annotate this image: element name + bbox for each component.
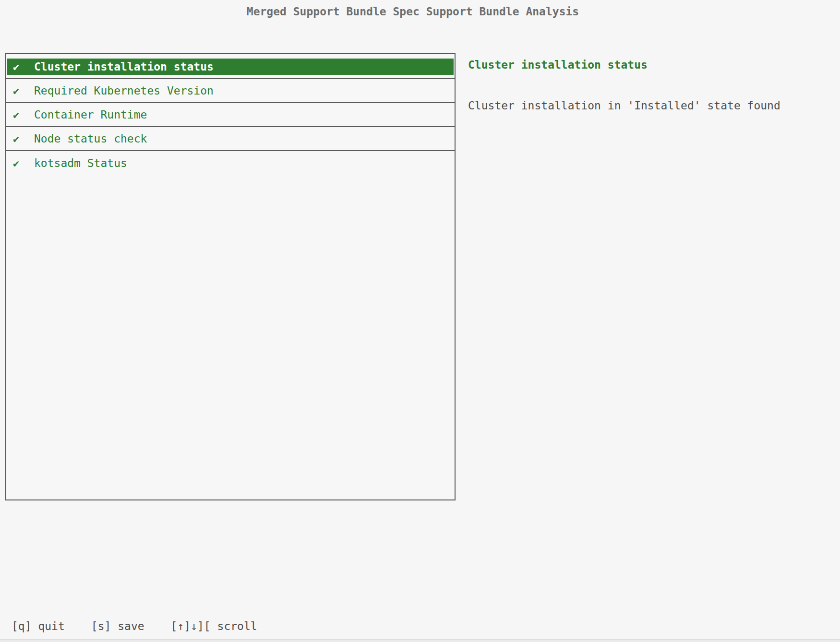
footer-hint-save: [s] save [91, 620, 144, 632]
window-bottom-edge [0, 639, 840, 642]
footer-hint-action: quit [38, 620, 64, 632]
footer-hint-key: [q] [12, 620, 32, 632]
footer-hint-quit: [q] quit [12, 620, 65, 632]
analyzer-list: ✔Cluster installation status✔Required Ku… [5, 53, 456, 500]
analyzer-label: Container Runtime [34, 108, 147, 121]
analyzer-label: Cluster installation status [34, 60, 214, 73]
check-icon: ✔ [13, 85, 21, 97]
footer-hint-key: [↑]↓][ [171, 620, 211, 632]
analyzer-row-required-kubernetes-version[interactable]: ✔Required Kubernetes Version [6, 79, 455, 103]
check-icon: ✔ [13, 157, 21, 169]
analyzer-label: Node status check [34, 132, 147, 145]
analyzer-row-cluster-installation-status[interactable]: ✔Cluster installation status [6, 55, 455, 79]
detail-title: Cluster installation status [468, 59, 648, 71]
analyzer-row-inner: ✔Node status check [7, 131, 454, 147]
footer-hint-scroll: [↑]↓][ scroll [171, 620, 257, 632]
analyzer-row-inner: ✔Container Runtime [7, 107, 454, 123]
analyzer-label: Required Kubernetes Version [34, 84, 214, 97]
window-title: Merged Support Bundle Spec Support Bundl… [0, 5, 826, 18]
check-icon: ✔ [13, 109, 21, 121]
footer-hint-key: [s] [91, 620, 111, 632]
analyzer-row-inner: ✔Cluster installation status [7, 59, 454, 75]
footer-hint-action: scroll [217, 620, 257, 632]
analyzer-row-kotsadm-status[interactable]: ✔kotsadm Status [6, 151, 455, 175]
analyzer-row-container-runtime[interactable]: ✔Container Runtime [6, 103, 455, 127]
footer-hints: [q] quit[s] save[↑]↓][ scroll [12, 620, 257, 632]
check-icon: ✔ [13, 61, 21, 73]
analyzer-row-inner: ✔Required Kubernetes Version [7, 83, 454, 99]
check-icon: ✔ [13, 133, 21, 145]
analyzer-row-node-status-check[interactable]: ✔Node status check [6, 127, 455, 151]
footer-hint-action: save [118, 620, 144, 632]
analyzer-row-inner: ✔kotsadm Status [7, 155, 454, 171]
analyzer-label: kotsadm Status [34, 157, 127, 169]
detail-message: Cluster installation in 'Installed' stat… [468, 99, 780, 112]
